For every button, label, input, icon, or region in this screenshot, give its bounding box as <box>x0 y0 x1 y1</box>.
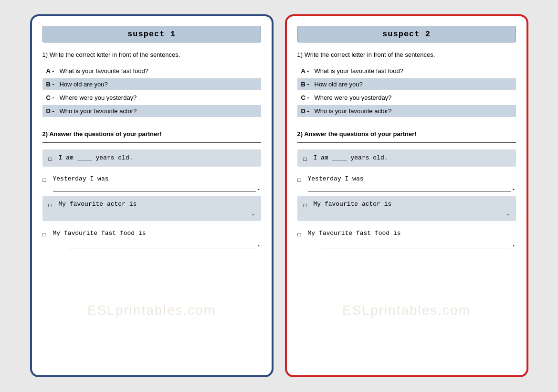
suspect2-q3-label: C - <box>301 94 312 101</box>
suspect2-checkbox3: ☐ <box>303 201 311 209</box>
suspect2-q2-text: How old are you? <box>315 81 363 88</box>
suspect1-q1-text: What is your favourite fast food? <box>60 67 148 74</box>
suspect2-answer3-text: My favourite actor is <box>314 201 392 208</box>
suspect2-q4-text: Who is your favourite actor? <box>315 107 392 115</box>
suspect1-q4: D - Who is your favourite actor? <box>42 105 261 117</box>
suspect1-q1: A - What is your favourite fast food? <box>42 65 261 77</box>
watermark1: ESLprintables.com <box>87 303 216 318</box>
suspect1-answer4-line <box>68 248 256 248</box>
suspect2-answer4-text: My favourite fast food is <box>308 230 401 237</box>
suspect2-answer2-underline: . <box>308 184 516 192</box>
suspect1-answer2-underline: . <box>53 184 261 192</box>
suspect2-divider <box>297 142 516 143</box>
suspect1-answer3-line <box>59 217 251 217</box>
suspect2-title: suspect 2 <box>382 30 431 39</box>
suspect2-answer2-period: . <box>512 184 516 192</box>
suspect2-q2-label: B - <box>301 81 312 88</box>
suspect2-question-list: A - What is your favourite fast food? B … <box>297 65 516 117</box>
suspect1-q4-text: Who is your favourite actor? <box>60 107 137 115</box>
suspect2-q1: A - What is your favourite fast food? <box>297 65 516 77</box>
suspect2-q2: B - How old are you? <box>297 78 516 90</box>
suspect2-answer2: ☐ Yesterday I was . <box>297 171 516 192</box>
suspect2-q3: C - Where were you yesterday? <box>297 92 516 104</box>
suspect2-section1-instruction: 1) Write the correct letter in front of … <box>297 51 516 58</box>
suspect1-q1-label: A - <box>46 67 57 74</box>
suspect1-question-list: A - What is your favourite fast food? B … <box>42 65 261 117</box>
suspect1-answer3-period: . <box>251 210 255 217</box>
suspect1-checkbox3: ☐ <box>48 201 56 209</box>
suspect2-q1-label: A - <box>301 67 312 74</box>
suspect1-checkbox2: ☐ <box>42 176 50 184</box>
suspect1-answer3-block: My favourite actor is . <box>59 201 255 217</box>
suspect2-answer4-underline: . <box>308 241 516 248</box>
suspect1-q4-label: D - <box>46 107 57 115</box>
suspect1-answer3-text: My favourite actor is <box>59 201 137 208</box>
suspect1-answer2-line <box>53 191 256 192</box>
suspect1-q2: B - How old are you? <box>42 78 261 90</box>
suspect1-answer2-block: Yesterday I was . <box>53 175 261 192</box>
suspect1-divider <box>42 142 261 143</box>
suspect1-section2-header: 2) Answer the questions of your partner! <box>42 130 261 138</box>
suspect2-answer4-period: . <box>512 241 516 248</box>
suspect1-answer4-text: My favourite fast food is <box>53 230 146 237</box>
suspect2-checkbox4: ☐ <box>297 230 305 238</box>
suspect2-card: suspect 2 1) Write the correct letter in… <box>285 14 528 377</box>
suspect1-answer4-underline: . <box>53 241 261 248</box>
suspect1-q2-text: How old are you? <box>60 81 108 88</box>
suspect2-q4-label: D - <box>301 107 312 115</box>
suspect2-answer3-period: . <box>506 210 510 217</box>
suspect1-answer2-period: . <box>257 184 261 192</box>
suspect2-section2-header: 2) Answer the questions of your partner! <box>297 130 516 138</box>
suspect1-answer4-block: My favourite fast food is . <box>53 230 261 248</box>
suspect1-q3: C - Where were you yesterday? <box>42 92 261 104</box>
suspect1-answer1-text: I am ____ years old. <box>59 154 255 161</box>
suspect2-answer4-block: My favourite fast food is . <box>308 230 516 248</box>
suspect2-answer4: ☐ My favourite fast food is . <box>297 226 516 248</box>
suspect1-answer4: ☐ My favourite fast food is . <box>42 226 261 248</box>
suspect1-answer2-text: Yesterday I was <box>53 175 109 182</box>
suspect1-q2-label: B - <box>46 81 57 88</box>
suspect2-answer2-line <box>308 191 511 192</box>
suspect1-answer1: ☐ I am ____ years old. <box>42 149 261 167</box>
suspect1-title-bar: suspect 1 <box>42 26 261 42</box>
suspect2-answer3-underline: . <box>314 210 510 217</box>
page-wrapper: suspect 1 1) Write the correct letter in… <box>0 0 558 392</box>
suspect2-answer3-block: My favourite actor is . <box>314 201 510 217</box>
suspect2-answer3: ☐ My favourite actor is . <box>297 196 516 221</box>
suspect2-answer1-text: I am ____ years old. <box>314 154 510 161</box>
suspect1-q3-label: C - <box>46 94 57 101</box>
suspect1-answer2: ☐ Yesterday I was . <box>42 171 261 192</box>
suspect1-section1-instruction: 1) Write the correct letter in front of … <box>42 51 261 58</box>
suspect1-title: suspect 1 <box>127 30 176 39</box>
suspect2-q4: D - Who is your favourite actor? <box>297 105 516 117</box>
suspect2-answer2-block: Yesterday I was . <box>308 175 516 192</box>
suspect1-checkbox1: ☐ <box>48 155 56 163</box>
suspect2-q3-text: Where were you yesterday? <box>315 94 392 101</box>
suspect2-answer4-line <box>323 248 511 248</box>
suspect2-q1-text: What is your favourite fast food? <box>315 67 403 74</box>
suspect1-answer3: ☐ My favourite actor is . <box>42 196 261 221</box>
suspect2-checkbox2: ☐ <box>297 176 305 184</box>
watermark2: ESLprintables.com <box>342 303 471 318</box>
suspect2-title-bar: suspect 2 <box>297 26 516 42</box>
suspect2-answer3-line <box>314 217 505 217</box>
suspect2-answer2-text: Yesterday I was <box>308 175 364 182</box>
suspect1-answer3-underline: . <box>59 210 255 217</box>
suspect1-answer4-period: . <box>257 241 261 248</box>
suspect1-q3-text: Where were you yesterday? <box>60 94 137 101</box>
suspect2-checkbox1: ☐ <box>303 155 311 163</box>
suspect2-answer1: ☐ I am ____ years old. <box>297 149 516 167</box>
suspect1-card: suspect 1 1) Write the correct letter in… <box>30 14 274 377</box>
suspect1-checkbox4: ☐ <box>42 230 50 238</box>
